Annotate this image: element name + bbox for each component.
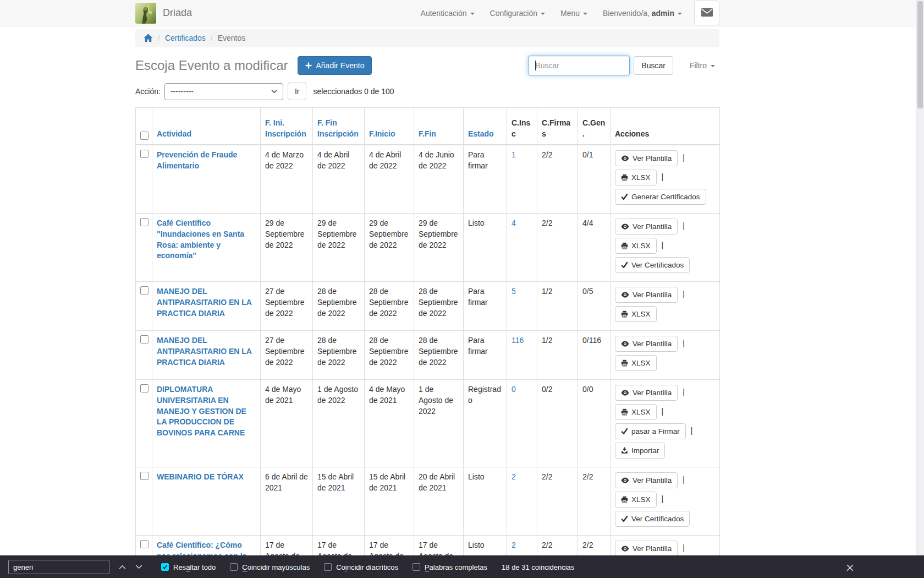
- sort-link-f-inicio[interactable]: F.Inicio: [369, 129, 395, 138]
- findbar-option-coincidir-diacriticos[interactable]: Coincidir diacríticos: [324, 563, 398, 571]
- sort-link-f-fin[interactable]: F.Fin: [419, 129, 436, 138]
- c-firmas-cell: 2/2: [537, 145, 578, 214]
- table-row: MANEJO DEL ANTIPARASITARIO EN LA PRACTIC…: [136, 281, 720, 330]
- sort-link-estado[interactable]: Estado: [468, 129, 494, 138]
- sort-link-f-ini-inscripcion[interactable]: F. Ini. Inscripción: [265, 118, 306, 138]
- ver-plantilla-button[interactable]: Ver Plantilla: [615, 219, 678, 235]
- ver-plantilla-button[interactable]: Ver Plantilla: [615, 336, 678, 352]
- row-checkbox[interactable]: [140, 472, 148, 480]
- row-checkbox[interactable]: [140, 540, 148, 548]
- checkbox-unchecked-icon[interactable]: [413, 563, 420, 571]
- activity-link[interactable]: MANEJO DEL ANTIPARASITARIO EN LA PRACTIC…: [157, 336, 251, 367]
- print-icon: [621, 174, 628, 181]
- inscriptions-count-link[interactable]: 2: [512, 472, 516, 481]
- search-input[interactable]: [528, 56, 630, 75]
- action-button-label: Ver Plantilla: [632, 340, 672, 348]
- nav-menu-autenticacion[interactable]: Autenticación: [413, 9, 482, 18]
- findbar-option-coincidir-mayusculas[interactable]: Coincidir mayúsculas: [230, 563, 310, 571]
- ver-plantilla-button[interactable]: Ver Plantilla: [615, 150, 678, 166]
- action-select[interactable]: ---------: [164, 83, 283, 100]
- xlsx-button[interactable]: XLSX: [615, 492, 657, 508]
- nav-user-menu[interactable]: Bienvenido/a, admin: [595, 9, 690, 18]
- inscriptions-count-link[interactable]: 5: [512, 287, 516, 296]
- row-checkbox[interactable]: [140, 150, 148, 158]
- inscriptions-count-link[interactable]: 1: [512, 150, 516, 159]
- close-findbar-button[interactable]: [843, 560, 857, 575]
- row-checkbox[interactable]: [140, 335, 148, 343]
- eye-icon: [621, 389, 629, 396]
- activity-link[interactable]: Prevención de Fraude Alimentario: [157, 150, 237, 170]
- scrollbar-thumb[interactable]: [917, 1, 923, 108]
- breadcrumb-current: Eventos: [218, 34, 246, 42]
- ver-plantilla-button[interactable]: Ver Plantilla: [615, 541, 678, 557]
- find-input[interactable]: [8, 560, 109, 574]
- filter-dropdown[interactable]: Filtro: [690, 61, 715, 70]
- action-line: XLSX|: [615, 238, 715, 254]
- ver-plantilla-button[interactable]: Ver Plantilla: [615, 472, 678, 488]
- estado-cell: Listo: [464, 213, 507, 281]
- c-insc-cell: 0: [507, 379, 537, 467]
- activity-link[interactable]: WEBINARIO DE TÓRAX: [157, 472, 244, 481]
- inscriptions-count-link[interactable]: 4: [512, 219, 516, 227]
- breadcrumb-certificados-link[interactable]: Certificados: [165, 34, 206, 42]
- eye-icon: [621, 477, 629, 484]
- xlsx-button[interactable]: XLSX: [615, 238, 657, 254]
- column-header-f-fin-inscripcion: F. Fin Inscripción: [313, 108, 365, 145]
- estado-cell: Listo: [464, 467, 507, 535]
- activity-link[interactable]: MANEJO DEL ANTIPARASITARIO EN LA PRACTIC…: [157, 287, 251, 318]
- print-icon: [621, 408, 628, 416]
- pasar-a-firmar-button[interactable]: pasar a Firmar: [615, 423, 686, 439]
- generar-certificados-button[interactable]: Generar Certificados: [615, 189, 706, 205]
- ver-plantilla-button[interactable]: Ver Plantilla: [615, 287, 678, 303]
- nav-menu-menu[interactable]: Menu: [553, 9, 595, 18]
- xlsx-button[interactable]: XLSX: [615, 306, 657, 322]
- home-icon[interactable]: [144, 34, 153, 42]
- mail-button[interactable]: [694, 1, 719, 25]
- find-next-button[interactable]: [130, 559, 147, 575]
- add-event-button[interactable]: Añadir Evento: [298, 56, 372, 75]
- ver-certificados-button[interactable]: Ver Certificados: [615, 511, 690, 527]
- action-line: Ver Plantilla|: [615, 472, 715, 488]
- search-button[interactable]: Buscar: [634, 56, 673, 75]
- checkbox-checked-icon[interactable]: [161, 563, 169, 571]
- xlsx-button[interactable]: XLSX: [615, 170, 657, 186]
- f-inicio-cell: 28 de Septiembre de 2022: [365, 330, 414, 379]
- find-previous-button[interactable]: [114, 559, 130, 575]
- row-checkbox[interactable]: [140, 286, 148, 295]
- actions-cell: Ver Plantilla|XLSX|Ver Certificados: [610, 213, 720, 281]
- xlsx-button[interactable]: XLSX: [615, 404, 657, 420]
- inscriptions-count-link[interactable]: 2: [512, 541, 516, 549]
- row-select-cell: [136, 145, 152, 214]
- c-firmas-cell: 1/2: [537, 330, 578, 379]
- c-firmas-cell: 1/2: [537, 281, 578, 330]
- row-select-cell: [136, 467, 152, 535]
- ver-certificados-button[interactable]: Ver Certificados: [615, 257, 690, 273]
- row-checkbox[interactable]: [140, 218, 148, 226]
- go-button[interactable]: Ir: [288, 83, 307, 100]
- xlsx-button[interactable]: XLSX: [615, 355, 657, 371]
- activity-link[interactable]: Café Científico "Inundaciones en Santa R…: [157, 219, 244, 260]
- importar-button[interactable]: Importar: [615, 443, 665, 459]
- nav-menu-configuracion[interactable]: Configuración: [482, 9, 553, 18]
- print-icon: [621, 242, 628, 249]
- c-insc-cell: 2: [507, 467, 537, 535]
- c-insc-cell: 4: [507, 213, 537, 281]
- f-ini-inscripcion-cell: 4 de Mayo de 2021: [261, 379, 313, 467]
- sort-link-f-fin-inscripcion[interactable]: F. Fin Inscripción: [317, 118, 359, 138]
- checkbox-unchecked-icon[interactable]: [230, 563, 238, 571]
- ver-plantilla-button[interactable]: Ver Plantilla: [615, 385, 678, 401]
- action-line: Ver Plantilla|: [615, 219, 715, 235]
- check-icon: [621, 428, 628, 434]
- sort-link-actividad[interactable]: Actividad: [157, 129, 191, 138]
- findbar-option-palabras-completas[interactable]: Palabras completas: [413, 563, 487, 571]
- vertical-scrollbar[interactable]: [916, 0, 924, 555]
- inscriptions-count-link[interactable]: 116: [512, 336, 524, 345]
- table-body: Prevención de Fraude Alimentario4 de Mar…: [136, 145, 720, 578]
- select-all-checkbox[interactable]: [140, 132, 148, 140]
- row-checkbox[interactable]: [140, 384, 148, 392]
- checkbox-unchecked-icon[interactable]: [324, 563, 332, 571]
- f-fin-cell: 28 de Septiembre de 2022: [414, 330, 464, 379]
- findbar-option-resaltar-todo[interactable]: Resaltar todo: [161, 563, 216, 571]
- inscriptions-count-link[interactable]: 0: [512, 385, 516, 394]
- activity-link[interactable]: DIPLOMATURA UNIVERSITARIA EN MANEJO Y GE…: [157, 385, 246, 438]
